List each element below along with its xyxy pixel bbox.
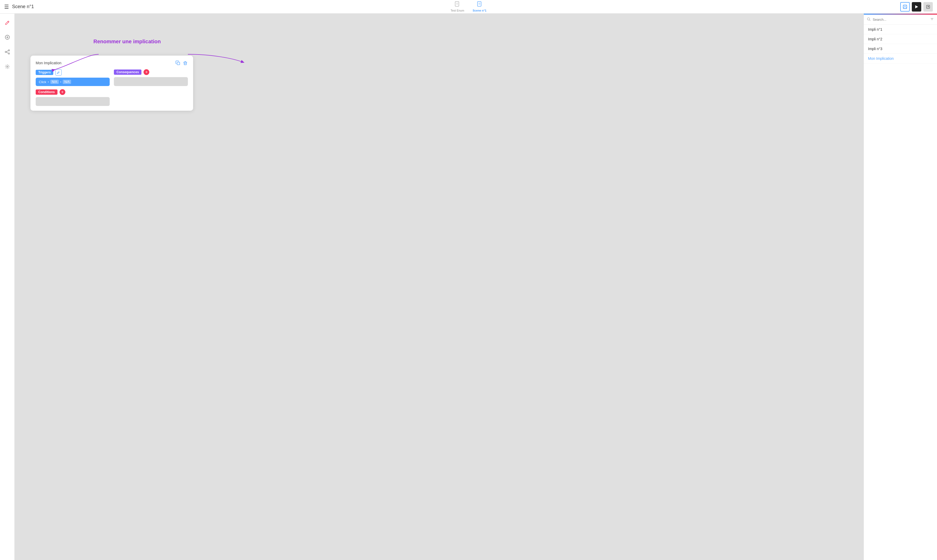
right-sidebar: Impli n°1 Impli n°2 Impli n°3 Mon Implic… <box>863 14 937 560</box>
svg-point-16 <box>5 51 6 53</box>
main-layout: Mon Implication <box>0 14 937 560</box>
tab-scene-n1-label: Scene n°1 <box>473 9 487 12</box>
implication-card: Mon Implication <box>31 55 193 111</box>
header-left: ☰ Scene n°1 <box>4 4 34 10</box>
header-actions <box>900 2 933 12</box>
svg-point-26 <box>868 18 870 20</box>
svg-line-19 <box>6 51 8 52</box>
sidebar-icon-settings[interactable] <box>3 62 12 71</box>
search-icon <box>867 17 871 22</box>
header: ☰ Scene n°1 Test Enum Scene n°1 <box>0 0 937 14</box>
impl-left-section: Triggers Click • N/A • N/A <box>36 69 110 106</box>
play-button[interactable] <box>912 2 921 12</box>
impl-right-section: Consequences + <box>114 69 188 106</box>
scene-title: Scene n°1 <box>12 4 34 9</box>
impl-item-2[interactable]: Impli n°2 <box>864 34 937 44</box>
impl-item-3[interactable]: Impli n°3 <box>864 44 937 54</box>
conditions-section: Conditions + <box>36 89 110 106</box>
trigger-param1: N/A <box>50 80 59 84</box>
svg-marker-9 <box>915 5 918 8</box>
consequences-badge[interactable]: Consequences <box>114 69 142 75</box>
tab-test-enum[interactable]: Test Enum <box>448 0 466 13</box>
svg-point-17 <box>8 50 9 51</box>
header-tabs: Test Enum Scene n°1 <box>448 0 489 13</box>
consequences-header: Consequences + <box>114 69 188 75</box>
sidebar-icon-edit[interactable] <box>3 18 12 27</box>
triggers-edit-button[interactable] <box>55 69 62 75</box>
triggers-header: Triggers <box>36 69 110 75</box>
trigger-row[interactable]: Click • N/A • N/A <box>36 78 110 86</box>
impl-item-1[interactable]: Impli n°1 <box>864 25 937 34</box>
canvas-area: Mon Implication <box>15 14 863 560</box>
tab-test-enum-label: Test Enum <box>450 9 464 12</box>
svg-rect-0 <box>455 2 459 6</box>
annotation-text: Renommer une implication <box>93 38 161 44</box>
trigger-action: Click <box>39 80 46 84</box>
svg-line-27 <box>869 20 871 21</box>
tab-scene-n1[interactable]: Scene n°1 <box>470 0 489 13</box>
consequence-placeholder <box>114 77 188 86</box>
duplicate-button[interactable] <box>175 60 180 66</box>
svg-point-18 <box>8 53 9 54</box>
delete-button[interactable] <box>183 60 188 66</box>
impl-body: Triggers Click • N/A • N/A <box>36 69 188 106</box>
sort-icon[interactable] <box>930 17 934 22</box>
svg-point-21 <box>6 66 8 68</box>
export-button[interactable] <box>923 2 933 12</box>
consequences-add-button[interactable]: + <box>143 69 149 75</box>
tab-test-enum-icon <box>455 1 460 8</box>
impl-card-header: Mon Implication <box>36 60 188 66</box>
svg-rect-8 <box>904 7 906 8</box>
impl-list: Impli n°1 Impli n°2 Impli n°3 Mon Implic… <box>864 25 937 560</box>
condition-placeholder <box>36 97 110 106</box>
impl-card-actions <box>175 60 188 66</box>
sidebar-icon-nodes[interactable] <box>3 47 12 57</box>
svg-rect-22 <box>177 62 180 65</box>
menu-icon[interactable]: ☰ <box>4 4 9 10</box>
svg-line-12 <box>8 22 8 22</box>
save-button[interactable] <box>900 2 910 12</box>
left-sidebar <box>0 14 15 560</box>
tab-scene-n1-icon <box>477 1 482 8</box>
conditions-header: Conditions + <box>36 89 110 95</box>
impl-item-mon-implication[interactable]: Mon Implication <box>864 54 937 63</box>
search-input[interactable] <box>873 18 928 22</box>
sidebar-icon-add[interactable] <box>3 32 12 42</box>
conditions-badge[interactable]: Conditions <box>36 89 57 95</box>
impl-card-title: Mon Implication <box>36 61 62 65</box>
triggers-badge[interactable]: Triggers <box>36 70 53 75</box>
svg-line-20 <box>6 52 8 53</box>
svg-rect-3 <box>477 2 481 6</box>
annotation: Renommer une implication <box>93 38 161 45</box>
sidebar-search <box>864 15 937 25</box>
conditions-add-button[interactable]: + <box>60 89 65 95</box>
trigger-param2: N/A <box>63 80 71 84</box>
